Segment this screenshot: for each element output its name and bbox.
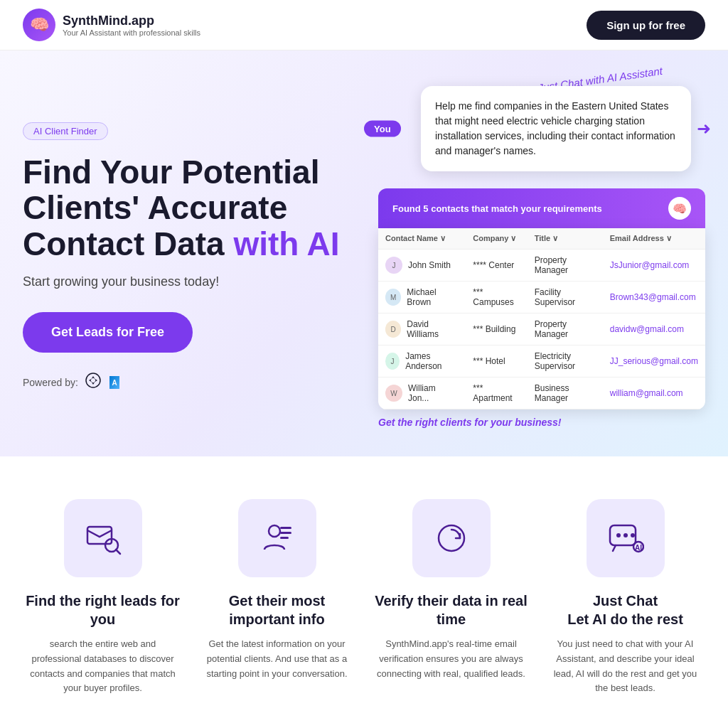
you-badge: You <box>364 121 401 137</box>
found-bar: Found 5 contacts that match your require… <box>378 188 705 228</box>
logo-text-block: SynthMind.app Your AI Assistant with pro… <box>63 14 200 37</box>
ai-icon-circle: 🧠 <box>668 197 691 220</box>
svg-rect-8 <box>280 532 291 534</box>
col-email: Email Address ∨ <box>603 228 705 250</box>
feature-icon-box <box>412 499 491 577</box>
hero-section: AI Client Finder Find Your Potential Cli… <box>0 50 728 456</box>
col-title: Title ∨ <box>528 228 603 250</box>
feature-title: Just ChatLet AI do the rest <box>547 592 704 628</box>
feature-icon-box <box>64 499 142 577</box>
svg-point-0 <box>86 373 100 387</box>
feature-icon-box <box>238 499 316 577</box>
hero-subtitle: Start growing your business today! <box>23 274 350 289</box>
feature-desc: SynthMind.app's real-time email verifica… <box>373 637 530 681</box>
chat-bubble-container: Just Chat with AI Assistant You Help me … <box>378 86 705 171</box>
powered-by: Powered by: <box>23 373 350 392</box>
svg-point-6 <box>269 525 280 537</box>
feature-icon-box: AI <box>587 499 665 577</box>
features-section: Find the right leads for you search the … <box>0 456 728 728</box>
svg-point-12 <box>616 533 621 537</box>
arrow-right-icon: ➜ <box>697 119 711 139</box>
found-bar-text: Found 5 contacts that match your require… <box>392 203 602 214</box>
feature-title: Get their most important info <box>199 592 355 628</box>
feature-desc: Get the latest information on your poten… <box>199 637 355 681</box>
chat-bubble: Help me find companies in the Eastern Un… <box>421 86 691 171</box>
header: 🧠 SynthMind.app Your AI Assistant with p… <box>0 0 728 50</box>
cta-button[interactable]: Get Leads for Free <box>23 312 193 353</box>
svg-text:A: A <box>112 379 117 387</box>
chat-message: Help me find companies in the Eastern Un… <box>435 100 675 156</box>
contacts-table: Contact Name ∨ Company ∨ Title ∨ Email A… <box>378 228 705 410</box>
powered-icons: A <box>85 373 122 392</box>
logo-subtitle: Your AI Assistant with professional skil… <box>63 28 200 37</box>
table-row: J James Anderson *** Hotel Electricity S… <box>378 346 705 378</box>
svg-point-13 <box>623 533 628 537</box>
svg-rect-7 <box>280 527 291 529</box>
get-right-label: Get the right clients for your business! <box>378 417 561 428</box>
hero-title-accent: with AI <box>233 225 339 262</box>
hero-title: Find Your Potential Clients' Accurate Co… <box>23 154 350 262</box>
signup-button[interactable]: Sign up for free <box>587 11 705 40</box>
feature-title: Verify their data in real time <box>373 592 530 628</box>
feature-desc: search the entire web and professional d… <box>25 637 181 696</box>
table-row: J John Smith **** Center Property Manage… <box>378 250 705 282</box>
svg-line-5 <box>116 550 120 554</box>
table-row: M Michael Brown *** Campuses Facility Su… <box>378 282 705 314</box>
table-row: W William Jon... *** Apartment Business … <box>378 378 705 410</box>
logo-title: SynthMind.app <box>63 14 200 28</box>
openai-icon <box>85 373 101 392</box>
svg-rect-9 <box>280 537 289 539</box>
azure-icon: A <box>107 375 122 390</box>
powered-by-label: Powered by: <box>23 377 78 388</box>
svg-text:AI: AI <box>635 544 642 552</box>
hero-right: Just Chat with AI Assistant You Help me … <box>378 86 705 428</box>
feature-desc: You just need to chat with your AI Assis… <box>547 637 704 696</box>
col-contact-name: Contact Name ∨ <box>378 228 466 250</box>
table-row: D David Williams *** Building Property M… <box>378 314 705 346</box>
feature-card: Find the right leads for you search the … <box>25 499 181 696</box>
hero-left: AI Client Finder Find Your Potential Cli… <box>23 122 350 392</box>
badge: AI Client Finder <box>23 122 108 140</box>
logo-icon: 🧠 <box>23 9 55 41</box>
logo-area: 🧠 SynthMind.app Your AI Assistant with p… <box>23 9 200 41</box>
col-company: Company ∨ <box>466 228 527 250</box>
svg-rect-3 <box>87 527 112 544</box>
feature-card: Verify their data in real time SynthMind… <box>373 499 530 696</box>
feature-card: AI Just ChatLet AI do the rest You just … <box>547 499 704 696</box>
feature-card: Get their most important info Get the la… <box>199 499 355 696</box>
svg-point-14 <box>631 533 635 537</box>
feature-title: Find the right leads for you <box>25 592 181 628</box>
